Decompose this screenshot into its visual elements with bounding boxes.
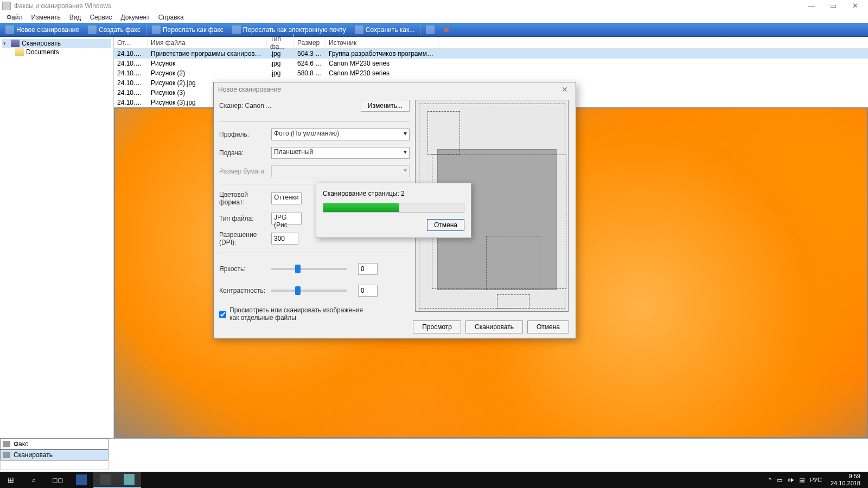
- panel-fax[interactable]: Факс: [0, 439, 108, 450]
- tree-item-documents[interactable]: Documents: [2, 48, 111, 56]
- list-row[interactable]: 24.10.201... Рисунок (2) .jpg 580.8 КБ C…: [114, 68, 868, 78]
- separate-files-checkbox[interactable]: [219, 307, 226, 322]
- slider-thumb-icon[interactable]: [295, 286, 301, 295]
- system-tray: ^ ▭ 🕪 ▤ РУС 9:59 24.10.2018: [764, 473, 868, 487]
- taskbar-app-notepad[interactable]: [93, 472, 117, 488]
- brightness-value[interactable]: [358, 263, 378, 275]
- col-header-name[interactable]: Имя файла: [148, 38, 267, 48]
- cell-date: 24.10.201...: [114, 88, 148, 97]
- progress-cancel-button[interactable]: Отмена: [427, 219, 464, 231]
- menu-view[interactable]: Вид: [65, 12, 86, 22]
- panel-spacer: [0, 460, 108, 470]
- scan-app-icon: [124, 474, 135, 485]
- cell-source: Группа разработчиков программного ...: [326, 49, 439, 58]
- minimize-button[interactable]: —: [801, 0, 822, 12]
- toolbar-save-as[interactable]: Сохранить как...: [352, 24, 418, 35]
- feed-label: Подача:: [219, 149, 271, 157]
- start-button[interactable]: ⊞: [0, 476, 22, 484]
- cell-type: .jpg: [267, 49, 294, 58]
- taskbar-search[interactable]: ⌕: [22, 472, 46, 488]
- bottom-panels: Факс Сканировать: [0, 438, 868, 472]
- tray-volume-icon[interactable]: 🕪: [788, 477, 794, 483]
- cell-date: 24.10.201...: [114, 69, 148, 78]
- toolbar-print[interactable]: [423, 24, 438, 35]
- color-format-select[interactable]: Оттенки: [271, 192, 302, 204]
- scan-button[interactable]: Сканировать: [465, 320, 523, 333]
- color-format-value: Оттенки: [274, 194, 298, 201]
- toolbar-new-fax-label: Создать факс: [99, 26, 141, 34]
- folder-icon: [15, 48, 24, 56]
- profile-label: Профиль:: [219, 131, 271, 138]
- menu-file[interactable]: Файл: [2, 12, 27, 22]
- toolbar-separator: [420, 25, 420, 35]
- dpi-input[interactable]: [271, 233, 298, 245]
- menu-edit[interactable]: Изменить: [27, 12, 65, 22]
- fax-panel-icon: [3, 441, 10, 447]
- cell-size: 580.8 КБ: [294, 69, 326, 78]
- dpi-label: Разрешение (DPI):: [219, 231, 271, 246]
- menu-document[interactable]: Документ: [116, 12, 154, 22]
- fax-icon: [88, 25, 97, 34]
- cell-size: 624.6 КБ: [294, 59, 326, 68]
- tree-root-scan[interactable]: ▾ Сканировать: [2, 39, 111, 48]
- separate-files-label: Просмотреть или сканировать изображения …: [229, 306, 371, 322]
- tray-network-icon[interactable]: ▭: [777, 477, 782, 484]
- paper-label: Размер бумаги:: [219, 168, 271, 175]
- menu-bar: Файл Изменить Вид Сервис Документ Справк…: [0, 12, 868, 23]
- dialog-close-button[interactable]: ✕: [558, 85, 571, 94]
- profile-select[interactable]: Фото (По умолчанию)▾: [271, 129, 410, 140]
- taskbar-clock[interactable]: 9:59 24.10.2018: [827, 473, 864, 487]
- list-row[interactable]: 24.10.201... Рисунок .jpg 624.6 КБ Canon…: [114, 59, 868, 68]
- tray-notification-icon[interactable]: ▤: [799, 477, 805, 484]
- col-header-date[interactable]: От...: [114, 38, 148, 48]
- slider-thumb-icon[interactable]: [295, 265, 301, 273]
- col-header-source[interactable]: Источник: [326, 38, 439, 48]
- collapse-icon[interactable]: ▾: [3, 41, 9, 46]
- panel-scan[interactable]: Сканировать: [0, 450, 108, 460]
- toolbar-new-scan[interactable]: Новое сканирование: [2, 24, 82, 35]
- scan-progress-dialog: Сканирование страницы: 2 Отмена: [316, 183, 471, 238]
- list-row[interactable]: 24.10.201... Приветствие программы скани…: [114, 49, 868, 59]
- taskbar-app-word[interactable]: [69, 472, 93, 488]
- tray-chevron-icon[interactable]: ^: [769, 477, 771, 483]
- brightness-slider[interactable]: [271, 268, 347, 270]
- taskbar-app-scan[interactable]: [117, 472, 141, 488]
- preview-button[interactable]: Просмотр: [413, 320, 461, 333]
- tray-language[interactable]: РУС: [810, 477, 822, 483]
- cell-date: 24.10.201...: [114, 59, 148, 68]
- paper-select: ▾: [271, 165, 410, 177]
- cell-date: 24.10.201...: [114, 49, 148, 58]
- save-icon: [355, 25, 363, 34]
- word-icon: [76, 474, 87, 485]
- delete-icon: ✕: [443, 26, 451, 34]
- taskbar-taskview[interactable]: ▢▢: [46, 472, 69, 488]
- toolbar-delete[interactable]: ✕: [440, 25, 454, 35]
- panel-fax-label: Факс: [14, 440, 28, 448]
- close-button[interactable]: ✕: [844, 0, 866, 12]
- panel-scan-label: Сканировать: [14, 451, 53, 459]
- contrast-slider[interactable]: [271, 290, 347, 292]
- feed-select[interactable]: Планшетный▾: [271, 147, 410, 159]
- menu-tools[interactable]: Сервис: [85, 12, 116, 22]
- selection-region[interactable]: [497, 294, 529, 309]
- cancel-button[interactable]: Отмена: [527, 320, 569, 333]
- change-scanner-button[interactable]: Изменить...: [361, 100, 410, 112]
- toolbar: Новое сканирование Создать факс Переслат…: [0, 23, 868, 37]
- selection-region[interactable]: [427, 111, 460, 155]
- cell-type: .jpg: [267, 69, 294, 78]
- app-icon: [2, 2, 11, 10]
- scan-icon: [5, 25, 14, 34]
- tree-root-label: Сканировать: [22, 40, 61, 47]
- notepad-icon: [100, 474, 111, 485]
- maximize-button[interactable]: ▭: [822, 0, 844, 12]
- contrast-value[interactable]: [358, 285, 378, 297]
- cell-name: Рисунок (2): [148, 69, 267, 78]
- toolbar-forward-fax[interactable]: Переслать как факс: [149, 24, 227, 35]
- col-header-size[interactable]: Размер: [294, 38, 326, 48]
- selection-region[interactable]: [486, 236, 540, 290]
- toolbar-new-fax[interactable]: Создать факс: [85, 24, 144, 35]
- toolbar-separator: [146, 25, 146, 35]
- filetype-select[interactable]: JPG (Рис: [271, 213, 302, 224]
- cell-date: 24.10.201...: [114, 98, 148, 107]
- menu-help[interactable]: Справка: [154, 12, 188, 22]
